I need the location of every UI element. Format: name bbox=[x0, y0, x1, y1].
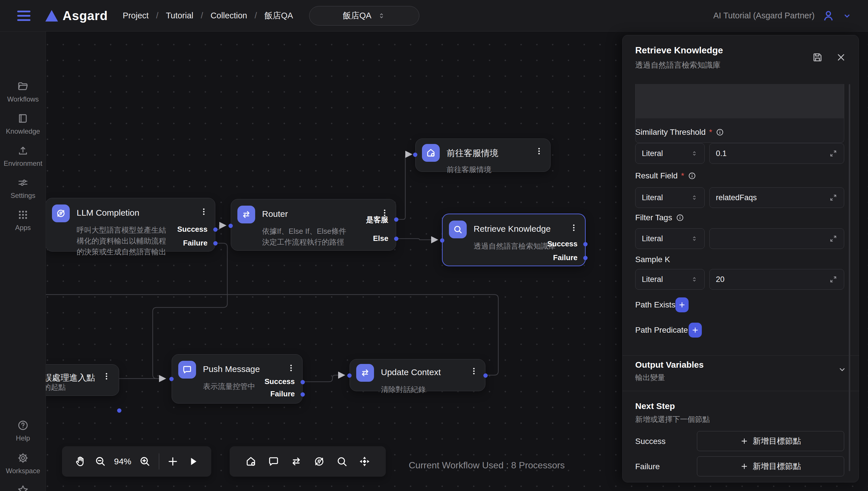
chevron-down-icon[interactable] bbox=[837, 365, 847, 374]
save-icon[interactable] bbox=[811, 51, 823, 63]
node-goto-cs-scene[interactable]: 前往客服情境 前往客服情境 bbox=[415, 139, 550, 172]
panel-subtitle: 透過自然語言檢索知識庫 bbox=[635, 60, 721, 70]
kebab-menu-icon[interactable] bbox=[102, 369, 111, 381]
output-port-else[interactable] bbox=[394, 237, 399, 241]
path-predicate-add-button[interactable] bbox=[688, 323, 702, 338]
star-icon bbox=[17, 484, 29, 491]
app-root: Asgard Project / Tutorial / Collection /… bbox=[0, 0, 868, 491]
path-exists-add-button[interactable] bbox=[675, 297, 688, 312]
breadcrumb-tutorial[interactable]: Tutorial bbox=[166, 11, 193, 20]
value-input-similarity[interactable]: 0.1 bbox=[709, 143, 844, 164]
add-target-node-success-button[interactable]: 新增目標節點 bbox=[697, 431, 844, 451]
left-sidebar: Workflows Knowledge Environment Settings… bbox=[0, 32, 46, 491]
output-variables-title: Output Variables bbox=[635, 360, 704, 370]
port-label-failure: Failure bbox=[553, 253, 577, 262]
node-title: Update Context bbox=[381, 364, 441, 377]
llm-refresh-icon[interactable] bbox=[313, 455, 325, 468]
search-icon[interactable] bbox=[335, 455, 348, 468]
value-input-sample-k[interactable]: 20 bbox=[709, 269, 844, 290]
output-port-success[interactable] bbox=[213, 227, 218, 232]
kebab-menu-icon[interactable] bbox=[535, 144, 543, 156]
output-port-failure[interactable] bbox=[583, 256, 588, 260]
output-port[interactable] bbox=[117, 408, 121, 413]
run-workflow-icon[interactable] bbox=[187, 455, 199, 468]
output-port-success[interactable] bbox=[301, 380, 305, 384]
info-icon[interactable] bbox=[688, 172, 696, 180]
sidebar-item-knowledge[interactable]: Knowledge bbox=[0, 112, 46, 135]
mode-select-result-field[interactable]: Literal bbox=[635, 187, 705, 208]
input-port[interactable] bbox=[347, 373, 352, 378]
panel-divider bbox=[623, 391, 859, 391]
kebab-menu-icon[interactable] bbox=[287, 361, 295, 373]
node-push-message[interactable]: Push Message 表示流量控管中 Success Failure bbox=[172, 354, 302, 404]
breadcrumb-separator: / bbox=[156, 11, 158, 20]
mode-select-filter-tags[interactable]: Literal bbox=[635, 228, 705, 249]
user-icon[interactable] bbox=[821, 9, 835, 23]
value-input-result-field[interactable]: relatedFaqs bbox=[709, 187, 844, 208]
node-title: Router bbox=[262, 206, 288, 219]
breadcrumb-workflow[interactable]: 飯店QA bbox=[264, 10, 293, 22]
next-step-failure-label: Failure bbox=[635, 462, 660, 471]
folder-icon bbox=[17, 80, 29, 92]
input-port[interactable] bbox=[228, 224, 233, 228]
expand-icon[interactable] bbox=[829, 275, 838, 284]
message-icon[interactable] bbox=[267, 455, 280, 468]
input-port[interactable] bbox=[413, 152, 417, 157]
output-port-is-cs[interactable] bbox=[394, 218, 399, 222]
zoom-out-icon[interactable] bbox=[94, 455, 107, 468]
zoom-level[interactable]: 94% bbox=[114, 457, 131, 466]
kebab-menu-icon[interactable] bbox=[569, 221, 578, 233]
kebab-menu-icon[interactable] bbox=[199, 204, 208, 216]
account-label: AI Tutorial (Asgard Partner) bbox=[713, 11, 815, 20]
node-shortcut-toolbar bbox=[229, 446, 386, 476]
workflow-selector[interactable]: 飯店QA bbox=[309, 6, 419, 26]
input-port[interactable] bbox=[440, 238, 444, 242]
close-icon[interactable] bbox=[836, 52, 846, 63]
zoom-in-icon[interactable] bbox=[139, 455, 151, 468]
node-desc: 前往客服情境 bbox=[416, 162, 550, 175]
info-icon[interactable] bbox=[676, 213, 684, 222]
sidebar-item-upgrade[interactable]: Upgrade bbox=[0, 484, 46, 491]
chevron-updown-icon bbox=[690, 235, 698, 242]
node-update-context[interactable]: Update Context 清除對話紀錄 bbox=[350, 359, 485, 391]
node-router[interactable]: Router 依據If、Else If、Else條件決定工作流程執行的路徑 是客… bbox=[231, 199, 396, 251]
sidebar-item-workspace[interactable]: Workspace bbox=[0, 452, 46, 475]
kebab-menu-icon[interactable] bbox=[469, 364, 478, 376]
node-title: Retrieve Knowledge bbox=[473, 221, 551, 234]
input-port[interactable] bbox=[169, 377, 174, 381]
mode-select-similarity[interactable]: Literal bbox=[635, 143, 705, 164]
sidebar-item-environment[interactable]: Environment bbox=[0, 145, 46, 168]
node-retrieve-knowledge[interactable]: Retrieve Knowledge 透過自然語言檢索知識庫 Success F… bbox=[442, 214, 586, 266]
menu-icon[interactable] bbox=[17, 10, 30, 21]
mode-select-sample-k[interactable]: Literal bbox=[635, 269, 705, 290]
expand-icon[interactable] bbox=[829, 193, 838, 202]
value-input-filter-tags[interactable] bbox=[709, 228, 844, 249]
node-error-entry[interactable]: 誤處理進入點 的起點 bbox=[46, 364, 119, 396]
add-node-icon[interactable] bbox=[166, 455, 179, 468]
chevron-updown-icon bbox=[690, 194, 698, 201]
sidebar-item-settings[interactable]: Settings bbox=[0, 177, 46, 200]
expand-icon[interactable] bbox=[829, 234, 838, 243]
sidebar-item-workflows[interactable]: Workflows bbox=[0, 80, 46, 103]
chevron-down-icon[interactable] bbox=[842, 11, 852, 21]
expand-icon[interactable] bbox=[829, 149, 838, 158]
breadcrumb-collection[interactable]: Collection bbox=[211, 11, 247, 20]
scene-home-plus-icon[interactable] bbox=[245, 455, 257, 468]
sidebar-item-apps[interactable]: Apps bbox=[0, 209, 46, 232]
breadcrumb-project[interactable]: Project bbox=[123, 11, 149, 20]
node-llm-completion[interactable]: LLM Completion 呼叫大型語言模型並產生結構化的資料輸出以輔助流程的… bbox=[46, 198, 215, 252]
router-swap-icon[interactable] bbox=[290, 455, 302, 468]
add-target-node-failure-button[interactable]: 新增目標節點 bbox=[697, 456, 844, 476]
output-port[interactable] bbox=[483, 373, 488, 378]
output-port-success[interactable] bbox=[583, 242, 588, 247]
output-port-failure[interactable] bbox=[301, 392, 305, 397]
sidebar-label: Workspace bbox=[6, 467, 40, 475]
sidebar-label: Workflows bbox=[7, 95, 39, 103]
pan-hand-icon[interactable] bbox=[74, 455, 87, 468]
auto-layout-icon[interactable] bbox=[358, 455, 371, 468]
next-step-title: Next Step bbox=[635, 401, 675, 411]
panel-scrollbar[interactable] bbox=[849, 84, 850, 471]
sidebar-item-help[interactable]: Help bbox=[0, 419, 46, 442]
output-port-failure[interactable] bbox=[213, 241, 218, 246]
info-icon[interactable] bbox=[715, 128, 724, 137]
